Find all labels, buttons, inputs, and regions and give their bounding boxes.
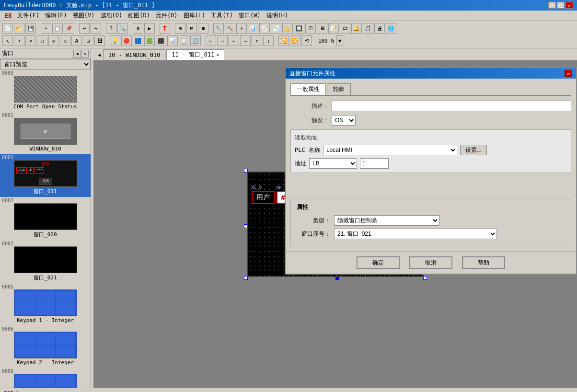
minimize-btn[interactable]: ─ [548, 2, 556, 9]
tb-tool3[interactable]: ⚡ [236, 23, 247, 34]
sidebar-item-window020[interactable]: 0002 窗口_020 [0, 197, 91, 240]
attr-type-select[interactable]: 隐藏窗口控制条 显示窗口控制条 [334, 215, 439, 226]
tb-tool15[interactable]: 🖨 [374, 23, 385, 34]
menu-window[interactable]: 窗口(W) [236, 11, 264, 21]
tb2-19[interactable]: → [217, 35, 228, 46]
tb-tool11[interactable]: 📝 [328, 23, 339, 34]
tb2-14[interactable]: ⬛ [156, 35, 166, 46]
tb-help[interactable]: ? [106, 23, 116, 34]
tb-compile[interactable]: ⚙ [133, 23, 143, 34]
menu-edit[interactable]: 编辑(E) [42, 11, 70, 21]
tb-tool16[interactable]: 🌐 [386, 23, 396, 34]
tb2-6[interactable]: △ [60, 35, 70, 46]
tb2-10[interactable]: 💡 [110, 35, 120, 46]
user-element[interactable]: 用户 [252, 191, 275, 204]
menu-eb[interactable]: EB [2, 12, 14, 20]
tb-align2[interactable]: ≡ [198, 23, 208, 34]
tb-tool1[interactable]: 🔧 [213, 23, 224, 34]
tb-copy[interactable]: 📋 [52, 23, 63, 34]
tb2-4[interactable]: ○ [37, 35, 47, 46]
tb2-18[interactable]: ← [206, 35, 216, 46]
tb-grid[interactable]: ⊞ [175, 23, 185, 34]
tab-scroll-left[interactable]: ◀ [95, 49, 103, 60]
tab-window010[interactable]: 10 - WINDOW_010 [103, 49, 165, 60]
sidebar-item-window021[interactable]: 0002 窗口_021 [0, 240, 91, 283]
ok-btn[interactable]: 确定 [357, 256, 400, 269]
tb2-9[interactable]: 🖼 [94, 35, 105, 46]
menu-element[interactable]: 元件(O) [153, 11, 181, 21]
tb-open[interactable]: 📂 [14, 23, 24, 34]
tb2-26[interactable]: ⟲ [301, 35, 312, 46]
tb-tool5[interactable]: 📈 [259, 23, 270, 34]
props-setup-btn[interactable]: 设置... [460, 145, 487, 155]
tb2-23[interactable]: ⇓ [263, 35, 274, 46]
tb2-11[interactable]: 🔴 [121, 35, 132, 46]
tb-tool7[interactable]: 📐 [282, 23, 293, 34]
tb2-7[interactable]: A [71, 35, 82, 46]
menu-options[interactable]: 选项(O) [98, 11, 126, 21]
tb2-12[interactable]: 🟦 [133, 35, 143, 46]
tb-tool13[interactable]: 🔔 [351, 23, 362, 34]
props-tab-outline[interactable]: 轮廓 [327, 83, 351, 95]
tb-tool8[interactable]: 🔲 [294, 23, 304, 34]
tb2-25[interactable]: 🔀 [290, 35, 300, 46]
address-type-select[interactable]: LB [309, 158, 357, 169]
help-btn[interactable]: 帮助 [462, 256, 505, 269]
cancel-btn[interactable]: 取消 [409, 256, 452, 269]
menu-library[interactable]: 图库(L) [181, 11, 208, 21]
tb2-16[interactable]: 📋 [179, 35, 189, 46]
sidebar-item-com-port[interactable]: 0009 COM Port Open Status [0, 69, 91, 112]
tb-search[interactable]: 🔍 [117, 23, 128, 34]
tb2-24[interactable]: 🔁 [278, 35, 289, 46]
tb-tool14[interactable]: 🎵 [363, 23, 373, 34]
tb-tool6[interactable]: 📉 [271, 23, 281, 34]
tb-undo[interactable]: ↩ [79, 23, 90, 34]
tb-align1[interactable]: ⊟ [186, 23, 197, 34]
tb2-13[interactable]: 🟩 [144, 35, 155, 46]
tb2-17[interactable]: 🔢 [190, 35, 201, 46]
tb2-20[interactable]: ⇐ [229, 35, 239, 46]
props-trigger-select[interactable]: ON OFF [332, 115, 356, 126]
tb-tool10[interactable]: 🖥 [317, 23, 327, 34]
tb2-1[interactable]: ↖ [2, 35, 13, 46]
props-close-btn[interactable]: ✕ [565, 70, 572, 77]
plc-select[interactable]: Local HMI [323, 145, 457, 155]
menu-view[interactable]: 视图(V) [70, 11, 98, 21]
menu-help[interactable]: 说明(H) [264, 11, 291, 21]
props-desc-input[interactable] [332, 101, 571, 111]
sidebar-view-select[interactable]: 窗口预览 [0, 59, 91, 69]
tb-tool2[interactable]: 🔨 [225, 23, 235, 34]
tab-window011[interactable]: 11 - 窗口_011 ✕ [166, 49, 224, 60]
tb2-8[interactable]: ⊡ [83, 35, 93, 46]
tb2-3[interactable]: ✕ [25, 35, 36, 46]
sidebar-close-btn[interactable]: ✕ [81, 50, 89, 58]
tb-tool9[interactable]: ⏱ [305, 23, 316, 34]
sidebar-item-window010[interactable]: 0001 ⊡ WINDOW_010 [0, 112, 91, 154]
tb2-15[interactable]: 📊 [167, 35, 178, 46]
sidebar-item-keypad3[interactable]: 0005 Keypad 3 - Integer [0, 368, 91, 388]
maximize-btn[interactable]: □ [557, 2, 565, 9]
tb2-21[interactable]: ⇒ [240, 35, 251, 46]
attr-winnum-select[interactable]: 21. 窗口_021 20. 窗口_020 11. 窗口_011 [334, 229, 497, 239]
menu-draw[interactable]: 画图(D) [125, 11, 153, 21]
tb-redo[interactable]: ↪ [91, 23, 101, 34]
tb2-22[interactable]: ⇑ [252, 35, 262, 46]
tab-close-btn[interactable]: ✕ [216, 52, 219, 58]
menu-file[interactable]: 文件(F) [14, 11, 42, 21]
address-value-input[interactable] [360, 158, 389, 169]
close-btn[interactable]: ✕ [565, 2, 573, 9]
tb-paste[interactable]: 📌 [64, 23, 74, 34]
tb-t[interactable]: T [160, 23, 170, 34]
zoom-dropdown-btn[interactable]: ▼ [336, 35, 343, 46]
tb-save[interactable]: 💾 [25, 23, 36, 34]
tb-run[interactable]: ▶ [144, 23, 155, 34]
tb2-5[interactable]: ◇ [48, 35, 59, 46]
sidebar-item-keypad1[interactable]: 0005 Keypad 1 - Integer [0, 283, 91, 325]
tb-tool4[interactable]: 📊 [248, 23, 258, 34]
tb-tool12[interactable]: 🗂 [340, 23, 350, 34]
props-tab-general[interactable]: 一般属性 [290, 83, 326, 95]
tb-new[interactable]: 📄 [2, 23, 13, 34]
sidebar-item-keypad2[interactable]: 0005 Keypad 2 - Integer [0, 325, 91, 368]
tb-cut[interactable]: ✂ [41, 23, 51, 34]
menu-tools[interactable]: 工具(T) [208, 11, 236, 21]
